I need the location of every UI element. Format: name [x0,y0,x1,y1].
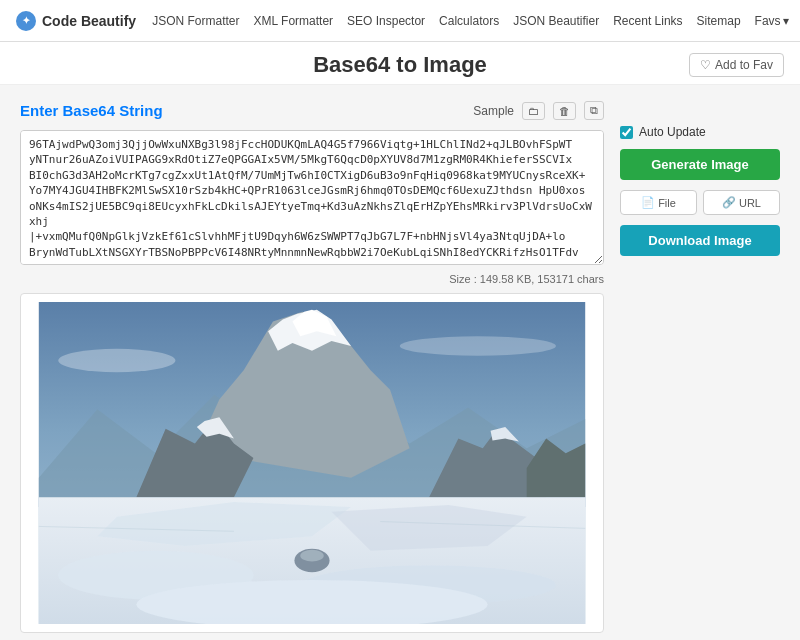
file-url-row: 📄 File 🔗 URL [620,190,780,215]
svg-point-20 [58,349,175,372]
nav-recent-links[interactable]: Recent Links [613,14,682,28]
right-panel: Auto Update Generate Image 📄 File 🔗 URL … [620,101,780,633]
heart-icon: ♡ [700,58,711,72]
trash-icon-button[interactable]: 🗑 [553,102,576,120]
favs-label: Favs [755,14,781,28]
sample-row: Sample 🗀 🗑 ⧉ [473,101,604,120]
main-nav: JSON Formatter XML Formatter SEO Inspect… [152,14,788,28]
url-label: URL [739,197,761,209]
nav-sitemap[interactable]: Sitemap [697,14,741,28]
file-icon: 📄 [641,196,655,209]
nav-favs[interactable]: Favs ▾ [755,14,789,28]
url-button[interactable]: 🔗 URL [703,190,780,215]
nav-json-beautifier[interactable]: JSON Beautifier [513,14,599,28]
mountain-image [29,302,595,624]
link-icon: 🔗 [722,196,736,209]
textarea-header: Enter Base64 String Sample 🗀 🗑 ⧉ [20,101,604,120]
title-bar: Base64 to Image ♡ Add to Fav [0,42,800,85]
file-button[interactable]: 📄 File [620,190,697,215]
main-content: Enter Base64 String Sample 🗀 🗑 ⧉ 96TAjwd… [0,85,800,640]
favs-chevron-icon: ▾ [783,14,789,28]
page-title: Base64 to Image [313,52,487,78]
add-to-fav-button[interactable]: ♡ Add to Fav [689,53,784,77]
image-preview-container [20,293,604,633]
svg-point-17 [300,550,323,562]
generate-image-button[interactable]: Generate Image [620,149,780,180]
svg-point-21 [400,336,556,356]
auto-update-label: Auto Update [639,125,706,139]
logo-text: Code Beautify [42,13,136,29]
download-image-button-right[interactable]: Download Image [620,225,780,256]
add-fav-label: Add to Fav [715,58,773,72]
base64-input[interactable]: 96TAjwdPwQ3omj3QjjOwWxuNXBg3l98jFccHODUK… [20,130,604,265]
file-label: File [658,197,676,209]
nav-xml-formatter[interactable]: XML Formatter [253,14,333,28]
size-info: Size : 149.58 KB, 153171 chars [20,273,604,285]
logo-icon: ✦ [16,11,36,31]
nav-calculators[interactable]: Calculators [439,14,499,28]
folder-icon-button[interactable]: 🗀 [522,102,545,120]
auto-update-checkbox[interactable] [620,126,633,139]
header: ✦ Code Beautify JSON Formatter XML Forma… [0,0,800,42]
nav-json-formatter[interactable]: JSON Formatter [152,14,239,28]
copy-icon-button[interactable]: ⧉ [584,101,604,120]
auto-update-row: Auto Update [620,125,780,139]
section-label: Enter Base64 String [20,102,163,119]
left-panel: Enter Base64 String Sample 🗀 🗑 ⧉ 96TAjwd… [20,101,604,633]
nav-seo-inspector[interactable]: SEO Inspector [347,14,425,28]
logo: ✦ Code Beautify [16,11,136,31]
sample-label: Sample [473,104,514,118]
